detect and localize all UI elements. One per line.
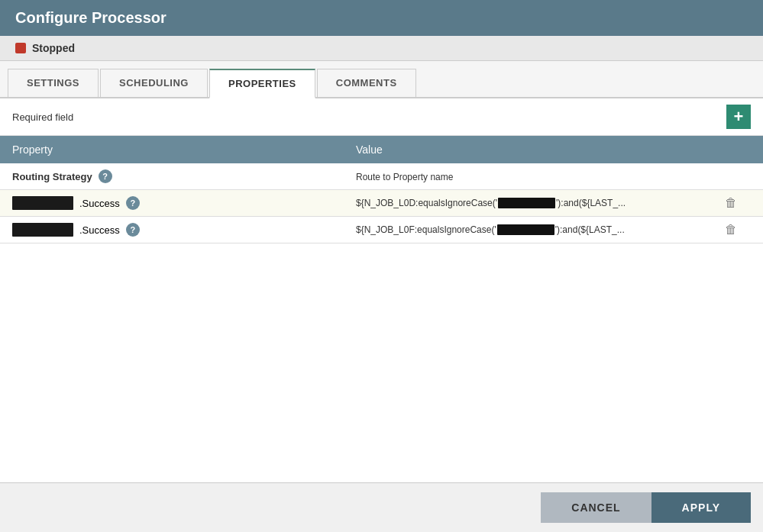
tab-scheduling[interactable]: SCHEDULING (100, 69, 208, 97)
success-label-2: .Success (79, 224, 120, 236)
action-cell-2: 🗑 (710, 190, 763, 217)
redacted-value-2 (12, 223, 73, 237)
routing-strategy-label: Routing Strategy (12, 171, 92, 182)
route-to-property-label: Route to Property name (356, 172, 453, 182)
dialog-header: Configure Processor (0, 0, 763, 36)
redacted-value-1 (12, 196, 73, 210)
table-header: Property Value (0, 136, 763, 163)
action-cell-3: 🗑 (710, 217, 763, 243)
required-field-label: Required field (12, 111, 73, 123)
value-cell-1: Route to Property name (344, 163, 710, 190)
required-field-row: Required field + (0, 98, 763, 136)
value-cell-3: ${N_JOB_L0F:equalsIgnoreCase(''):and(${L… (344, 217, 710, 243)
column-property: Property (0, 136, 344, 163)
add-property-button[interactable]: + (726, 105, 751, 129)
status-label: Stopped (32, 42, 75, 54)
dialog-footer: CANCEL APPLY (0, 482, 763, 532)
table-row: Routing Strategy ? Route to Property nam… (0, 163, 763, 190)
apply-button[interactable]: APPLY (651, 492, 751, 523)
delete-row-1-icon[interactable]: 🗑 (722, 195, 740, 211)
tab-comments[interactable]: COMMENTS (317, 69, 416, 97)
help-icon-2[interactable]: ? (126, 223, 140, 237)
property-name-cell-1: .Success ? (0, 190, 344, 217)
cancel-button[interactable]: CANCEL (541, 492, 651, 523)
tabs-container: SETTINGS SCHEDULING PROPERTIES COMMENTS (0, 61, 763, 98)
tab-properties[interactable]: PROPERTIES (209, 69, 315, 98)
action-cell-1 (710, 163, 763, 190)
value-text-1: ${N_JOB_L0D:equalsIgnoreCase(''):and(${L… (356, 198, 697, 209)
table-row: .Success ? ${N_JOB_L0F:equalsIgnoreCase(… (0, 217, 763, 243)
status-bar: Stopped (0, 36, 763, 61)
value-text-2: ${N_JOB_L0F:equalsIgnoreCase(''):and(${L… (356, 224, 697, 236)
property-cell: Routing Strategy ? (0, 163, 344, 190)
routing-strategy-help-icon[interactable]: ? (99, 169, 112, 183)
help-icon-1[interactable]: ? (126, 196, 140, 210)
tab-settings[interactable]: SETTINGS (8, 69, 99, 97)
delete-row-2-icon[interactable]: 🗑 (722, 221, 740, 237)
column-actions (710, 136, 763, 163)
table-row: .Success ? ${N_JOB_L0D:equalsIgnoreCase(… (0, 190, 763, 217)
status-indicator (15, 43, 26, 53)
dialog-title: Configure Processor (15, 9, 167, 26)
property-name-cell-2: .Success ? (0, 217, 344, 243)
properties-table: Property Value Routing Strategy ? Route (0, 136, 763, 243)
table-body: Routing Strategy ? Route to Property nam… (0, 163, 763, 243)
configure-processor-dialog: Configure Processor Stopped SETTINGS SCH… (0, 0, 763, 532)
success-label-1: .Success (79, 198, 120, 209)
content-area: Required field + Property Value Rout (0, 98, 763, 482)
column-value: Value (344, 136, 710, 163)
value-cell-2: ${N_JOB_L0D:equalsIgnoreCase(''):and(${L… (344, 190, 710, 217)
